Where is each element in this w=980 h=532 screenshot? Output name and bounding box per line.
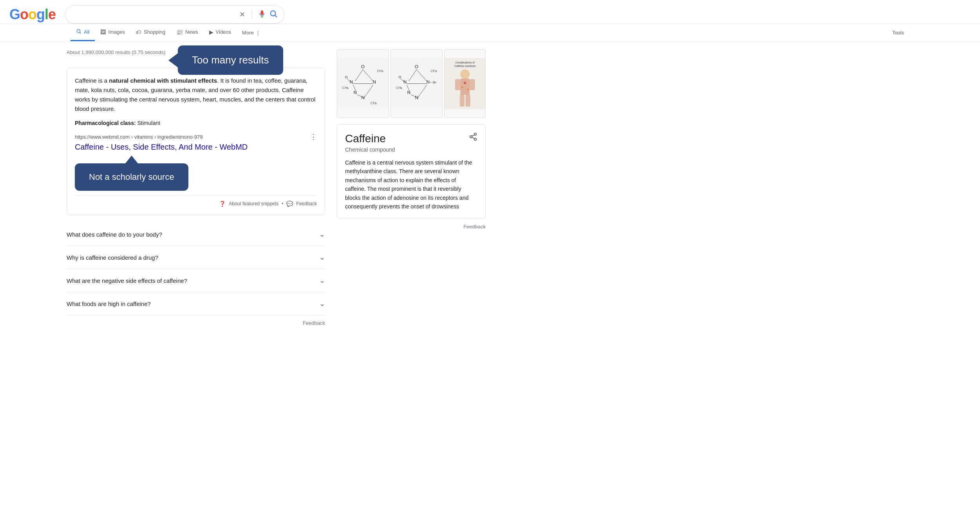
svg-text:N: N bbox=[350, 80, 353, 85]
search-submit-icon[interactable] bbox=[269, 9, 278, 20]
image-strip: O N N N N O CH₃ CH₃ CH₃ bbox=[337, 49, 486, 118]
clear-search-icon[interactable]: ✕ bbox=[239, 10, 245, 19]
webmd-link[interactable]: Caffeine - Uses, Side Effects, And More … bbox=[75, 143, 248, 151]
search-input[interactable]: caffeine bbox=[72, 11, 236, 18]
molecule-image-2[interactable]: O N N N N O CH₃ CH₃ bbox=[391, 49, 443, 118]
svg-text:Caffeine overdose: Caffeine overdose bbox=[454, 65, 476, 67]
nav-tabs: All 🖼 Images 🏷 Shopping 📰 News ▶ Videos … bbox=[0, 24, 980, 41]
svg-point-51 bbox=[461, 87, 463, 88]
more-label: More bbox=[242, 30, 254, 36]
svg-rect-48 bbox=[459, 94, 464, 107]
tools-label: Tools bbox=[892, 30, 904, 36]
shopping-icon: 🏷 bbox=[136, 29, 141, 35]
faq-item-4[interactable]: What foods are high in caffeine? ⌄ bbox=[67, 292, 325, 315]
svg-point-52 bbox=[467, 89, 468, 90]
faq-list: What does caffeine do to your body? ⌄ Wh… bbox=[67, 223, 325, 315]
molecule-svg-1: O N N N N O CH₃ CH₃ CH₃ bbox=[337, 49, 389, 118]
faq-item-3[interactable]: What are the negative side effects of ca… bbox=[67, 269, 325, 292]
search-divider bbox=[251, 10, 252, 19]
tab-shopping-label: Shopping bbox=[144, 29, 165, 35]
faq-chevron-1: ⌄ bbox=[319, 230, 325, 239]
feedback-icon: 💬 bbox=[286, 201, 293, 207]
all-icon bbox=[76, 29, 81, 35]
not-scholarly-bubble: Not a scholarly source bbox=[75, 163, 188, 191]
tab-all[interactable]: All bbox=[71, 24, 95, 41]
svg-rect-49 bbox=[465, 94, 470, 107]
tab-videos[interactable]: ▶ Videos bbox=[204, 24, 237, 41]
faq-item-1[interactable]: What does caffeine do to your body? ⌄ bbox=[67, 223, 325, 246]
too-many-callout: Too many results bbox=[168, 45, 283, 75]
knowledge-panel: Caffeine Chemical compound Caffeine is a… bbox=[337, 124, 486, 219]
faq-question-3: What are the negative side effects of ca… bbox=[67, 277, 187, 284]
svg-point-44 bbox=[460, 69, 470, 79]
callout-arrow bbox=[168, 53, 178, 67]
svg-text:N: N bbox=[426, 80, 430, 85]
svg-point-55 bbox=[474, 138, 477, 141]
google-logo: Google bbox=[9, 6, 56, 23]
footer-dot: • bbox=[282, 201, 283, 206]
svg-line-57 bbox=[472, 135, 474, 136]
svg-text:N: N bbox=[403, 80, 407, 85]
faq-question-4: What foods are high in caffeine? bbox=[67, 300, 151, 307]
svg-line-3 bbox=[275, 15, 277, 17]
snippet-footer: ❓ About featured snippets • 💬 Feedback bbox=[75, 195, 317, 207]
url-text: https://www.webmd.com › vitamins › ingre… bbox=[75, 134, 203, 140]
bottom-feedback[interactable]: Feedback bbox=[67, 315, 325, 331]
source-url-row: https://www.webmd.com › vitamins › ingre… bbox=[75, 132, 317, 141]
tab-more[interactable]: More ⋮ bbox=[237, 25, 266, 40]
results-row: About 1,990,000,000 results (0.75 second… bbox=[67, 49, 325, 62]
faq-item-2[interactable]: Why is caffeine considered a drug? ⌄ bbox=[67, 246, 325, 269]
search-bar[interactable]: caffeine ✕ bbox=[65, 5, 284, 24]
svg-line-56 bbox=[472, 137, 474, 139]
svg-rect-46 bbox=[455, 79, 460, 90]
svg-point-50 bbox=[464, 82, 466, 84]
header: Google caffeine ✕ bbox=[0, 0, 980, 24]
svg-text:CH₃: CH₃ bbox=[430, 69, 437, 73]
faq-chevron-3: ⌄ bbox=[319, 276, 325, 285]
svg-text:O: O bbox=[345, 75, 348, 79]
kp-subtitle: Chemical compound bbox=[345, 147, 477, 153]
right-column: O N N N N O CH₃ CH₃ CH₃ bbox=[337, 49, 486, 331]
kp-description: Caffeine is a central nervous system sti… bbox=[345, 158, 477, 211]
tab-news[interactable]: 📰 News bbox=[171, 24, 204, 41]
not-scholarly-callout: Not a scholarly source bbox=[75, 163, 188, 191]
kp-header: Caffeine bbox=[345, 132, 477, 145]
svg-line-5 bbox=[80, 32, 80, 33]
faq-chevron-4: ⌄ bbox=[319, 299, 325, 308]
molecule-image-1[interactable]: O N N N N O CH₃ CH₃ CH₃ bbox=[337, 49, 389, 118]
svg-point-54 bbox=[470, 136, 472, 138]
share-icon[interactable] bbox=[469, 132, 477, 143]
tab-videos-label: Videos bbox=[216, 29, 231, 35]
svg-text:CH₃: CH₃ bbox=[396, 86, 402, 90]
videos-icon: ▶ bbox=[209, 29, 213, 35]
svg-text:CH₃: CH₃ bbox=[377, 69, 383, 73]
about-snippets-text[interactable]: About featured snippets bbox=[229, 201, 278, 206]
main-content: About 1,990,000,000 results (0.75 second… bbox=[0, 42, 980, 338]
kp-title: Caffeine bbox=[345, 132, 386, 145]
right-feedback[interactable]: Feedback bbox=[337, 224, 486, 230]
results-count: About 1,990,000,000 results (0.75 second… bbox=[67, 49, 165, 55]
pharm-class: Pharmacological class: Stimulant bbox=[75, 120, 317, 126]
svg-text:O: O bbox=[398, 75, 401, 79]
too-many-results-bubble: Too many results bbox=[178, 45, 283, 75]
faq-chevron-2: ⌄ bbox=[319, 253, 325, 262]
more-chevron-icon: ⋮ bbox=[255, 30, 260, 36]
microphone-icon[interactable] bbox=[258, 10, 266, 20]
svg-text:O: O bbox=[361, 64, 365, 69]
tab-news-label: News bbox=[185, 29, 198, 35]
svg-text:CH₃: CH₃ bbox=[342, 86, 349, 90]
svg-text:N: N bbox=[373, 80, 376, 85]
tab-shopping[interactable]: 🏷 Shopping bbox=[130, 24, 171, 41]
featured-snippet: Caffeine is a natural chemical with stim… bbox=[67, 68, 325, 215]
three-dots-icon[interactable]: ⋮ bbox=[310, 132, 317, 141]
footer-feedback[interactable]: Feedback bbox=[296, 201, 317, 206]
faq-question-2: Why is caffeine considered a drug? bbox=[67, 254, 158, 261]
tab-images[interactable]: 🖼 Images bbox=[95, 24, 130, 41]
tab-tools[interactable]: Tools bbox=[887, 25, 909, 40]
images-icon: 🖼 bbox=[100, 29, 106, 35]
molecule-svg-2: O N N N N O CH₃ CH₃ bbox=[391, 49, 442, 118]
caffeine-overdose-image[interactable]: Complications of Caffeine overdose bbox=[444, 49, 486, 118]
tab-images-label: Images bbox=[108, 29, 125, 35]
news-icon: 📰 bbox=[176, 29, 183, 35]
overdose-svg: Complications of Caffeine overdose bbox=[445, 49, 485, 118]
